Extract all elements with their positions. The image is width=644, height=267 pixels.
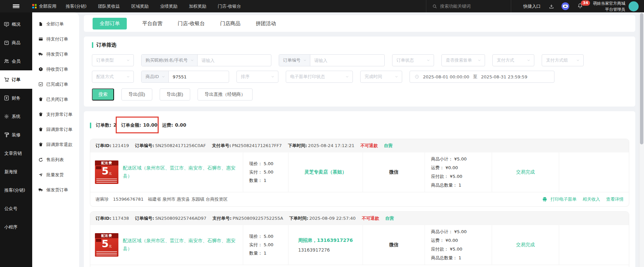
sidebar-item-overview[interactable]: 概况	[0, 15, 32, 34]
nav-item-team-reward[interactable]: 团队奖收益	[98, 3, 120, 9]
sidebar-item-mini-program[interactable]: 小程序	[0, 218, 32, 236]
sidebar-item-system[interactable]: 系统	[0, 107, 32, 126]
export-old-button[interactable]: 导出(旧)	[121, 88, 152, 101]
plane-icon	[38, 172, 43, 177]
sidebar-item-new-poster[interactable]: 新海报	[0, 162, 32, 181]
submenu-closed-orders[interactable]: 已关闭订单	[32, 92, 79, 107]
view-detail-link[interactable]: 查看详情	[606, 196, 624, 202]
product-image[interactable]: 配送费 5元	[95, 160, 118, 184]
submenu-completed-orders[interactable]: 已完成订单	[32, 77, 79, 92]
submenu-callback-abnormal-orders[interactable]: 回调异常订单	[32, 122, 79, 137]
buyer-search-input[interactable]	[198, 55, 271, 66]
totals-cell: 商品小计：¥5.00 运费：¥0.00 应付款：¥5.00 商品总数量：1	[425, 152, 492, 192]
sidebar-item-goods[interactable]: 商品	[0, 34, 32, 52]
download-icon[interactable]	[549, 4, 554, 9]
buyer-name-link[interactable]: 周招弟，13163917276	[298, 238, 353, 244]
submenu-to-receive-orders[interactable]: 待收货订单	[32, 62, 79, 77]
tab-all-orders[interactable]: 全部订单	[93, 18, 127, 29]
avatar[interactable]	[629, 1, 639, 11]
product-id-field-select[interactable]: 商品ID	[142, 71, 169, 82]
submenu-all-orders[interactable]: 全部订单	[32, 16, 79, 31]
submenu-to-ship-orders[interactable]: 待发货订单	[32, 47, 79, 62]
order-stats-bar: 订单数:2 订单金额:10.00 运费:0.00	[90, 119, 629, 132]
self-operated-tag: 自营	[384, 143, 392, 149]
tab-store-cashier[interactable]: 门店-收银台	[178, 20, 205, 27]
doc-icon	[38, 21, 43, 26]
product-name-link[interactable]: 配送区域（泉州市区、晋江市、南安市、石狮市、惠安县）	[123, 164, 238, 180]
product-image[interactable]: 配送费 5元	[95, 233, 118, 257]
apps-grid-icon	[32, 4, 37, 8]
date-range-picker[interactable]: 2025-08-01 00:00:00 至 2025-08-31 23:59:5…	[410, 71, 554, 83]
actions-cell	[559, 152, 629, 192]
tab-store-goods[interactable]: 门店商品	[220, 20, 240, 27]
all-apps-label: 全部应用	[39, 3, 56, 9]
nav-item-region-reward[interactable]: 区域奖励	[131, 3, 149, 9]
goods-icon	[4, 40, 9, 46]
price-cell: 现价：5.00 实付：5.00 数量：1	[243, 152, 288, 192]
nav-item-weighted-reward[interactable]: 加权奖励	[189, 3, 206, 9]
scrollbar-thumb[interactable]	[640, 13, 643, 144]
submenu-unpaid-orders[interactable]: 待支付订单	[32, 31, 79, 47]
account-info[interactable]: 萌娃当家官方商城 平台管理员	[593, 0, 625, 12]
sidebar-item-orders[interactable]: 订单	[0, 70, 32, 89]
sidebar-item-article-marketing[interactable]: 文章营销	[0, 144, 32, 162]
export-new-button[interactable]: 导出(新)	[160, 88, 191, 101]
delivery-method-select[interactable]: 配送方式	[92, 71, 134, 83]
truck-icon	[38, 52, 43, 57]
sidebar-item-finance[interactable]: 财务	[0, 89, 32, 107]
product-id-input[interactable]	[169, 71, 229, 82]
assistant-robot-icon[interactable]	[561, 2, 569, 10]
first-order-select[interactable]: 是否搜索首单	[441, 54, 485, 66]
account-role: 平台管理员	[593, 6, 625, 12]
sort-select[interactable]: 排序	[236, 71, 278, 83]
sidebar-item-members[interactable]: 会员	[0, 52, 32, 70]
nav-item-performance-reward[interactable]: 业绩奖励	[160, 3, 177, 9]
stats-accent-bar	[90, 123, 91, 128]
non-refundable-tag: 不可退款	[360, 143, 378, 149]
tab-platform-self[interactable]: 平台自营	[142, 20, 162, 27]
submenu-urge-ship-orders[interactable]: 催发货订单	[32, 182, 79, 197]
related-income-link[interactable]: 相关收入	[583, 196, 600, 202]
pay-method-cell: 微信	[363, 225, 425, 265]
nav-item-store-cashier[interactable]: 门店-收银台	[218, 3, 241, 9]
submenu-aftersale-list[interactable]: 售后列表	[32, 152, 79, 167]
submenu-pay-abnormal-orders[interactable]: 支付异常订单	[32, 107, 79, 122]
store-name-link[interactable]: 灵芝专卖店（茶姐）	[305, 169, 347, 175]
product-name-link[interactable]: 配送区域（泉州市区、晋江市、南安市、石狮市、惠安县）	[123, 237, 238, 253]
order-no-field-select[interactable]: 订单编号	[279, 55, 310, 66]
chevron-down-icon	[303, 58, 307, 62]
chevron-down-icon	[426, 58, 430, 62]
menu-hamburger-icon[interactable]	[0, 3, 32, 9]
vertical-scrollbar[interactable]	[639, 12, 644, 267]
sidebar-item-official-account[interactable]: 公众号	[0, 199, 32, 218]
order-status-select[interactable]: 订单状态	[392, 54, 434, 66]
global-search-input[interactable]: 搜索功能关键词	[426, 0, 511, 12]
quick-entry-button[interactable]: 快捷入口	[511, 0, 549, 12]
export-direct-button[interactable]: 导出直推（经销商）	[198, 88, 253, 101]
search-button[interactable]: 搜索	[92, 88, 114, 101]
pay-method-group-select[interactable]: 支付方式组	[542, 54, 584, 66]
order-row: 订单ID:121419 订单编号:SN250824171256C0AF 支付单号…	[90, 139, 629, 207]
sidebar-item-decorate[interactable]: 装修	[0, 126, 32, 144]
order-list-panel: 订单数:2 订单金额:10.00 运费:0.00 订单ID:121419 订单编…	[84, 111, 635, 267]
order-type-select[interactable]: 订单类型	[92, 54, 134, 66]
notification-bell-button[interactable]: 34	[577, 3, 583, 10]
chevron-down-icon	[161, 75, 165, 79]
nav-item-distribution[interactable]: 推客(分销)	[66, 3, 87, 9]
orders-submenu: 全部订单 待支付订单 待发货订单 待收货订单 已完成订单 已关闭订单 支付异常订…	[32, 12, 79, 267]
order-no-search-input[interactable]	[310, 55, 384, 66]
tab-group-activity[interactable]: 拼团活动	[256, 20, 276, 27]
status-badge: 交易完成	[516, 169, 535, 175]
buyer-field-select[interactable]: 购买昵称/姓名/手机号	[142, 55, 198, 66]
cart-icon	[4, 77, 9, 82]
complete-time-select[interactable]: 完成时间	[360, 71, 402, 83]
submenu-callback-abnormal-refunds[interactable]: 回调异常退款	[32, 137, 79, 152]
sidebar-item-distribution[interactable]: 推客(分销)	[0, 181, 32, 199]
print-eorder-link[interactable]: 打印电子面单	[542, 196, 577, 202]
pay-method-select[interactable]: 支付方式	[492, 54, 534, 66]
submenu-batch-ship[interactable]: 批量发货	[32, 167, 79, 182]
all-apps-button[interactable]: 全部应用	[32, 3, 56, 9]
date-start: 2025-08-01 00:00:00	[423, 74, 469, 79]
primary-sidebar: 概况 商品 会员 订单 财务 系统 装修 文章营销 新海报 推客(分销) 公众号…	[0, 12, 32, 267]
eorder-print-status-select[interactable]: 电子面单打印状态	[286, 71, 353, 83]
